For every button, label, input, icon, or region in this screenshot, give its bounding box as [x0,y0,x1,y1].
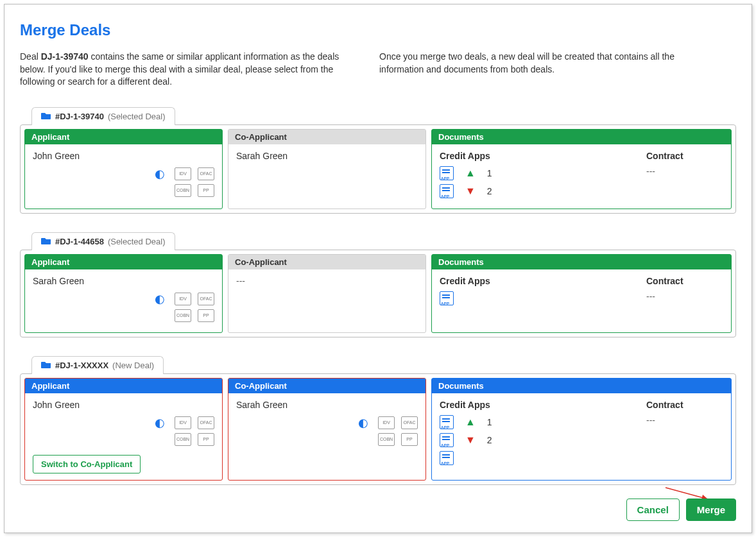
gauge-icon: ◐ [151,416,168,429]
deal-block: #DJ-1-44658 (Selected Deal) Applicant Sa… [20,232,736,337]
pp-icon: PP [401,433,418,446]
merge-button[interactable]: Merge [686,499,736,521]
idv-icon: IDV [378,416,395,429]
gauge-icon: ◐ [151,167,168,180]
credit-app-row [440,451,640,465]
deal-tab-sub: (New Deal) [112,361,154,370]
credit-app-row: ▲1 [440,415,640,429]
deal-id: #DJ-1-XXXXX [55,361,108,370]
credit-app-row: ▼2 [440,433,640,447]
credit-app-row: ▲1 [440,166,640,180]
pp-icon: PP [198,309,214,322]
arrow-down-icon: ▼ [465,185,476,197]
coapplicant-name: Sarah Green [236,151,418,161]
credit-apps-section: Credit Apps ▲1 ▼2 [440,151,640,202]
coapplicant-column[interactable]: Co-Applicant --- [228,254,426,333]
credit-apps-label: Credit Apps [440,151,640,161]
documents-header: Documents [432,130,731,144]
credit-app-icon [440,166,454,180]
footer-actions: Cancel Merge [626,499,736,521]
credit-app-icon [440,184,454,198]
folder-icon [41,237,51,246]
credit-apps-label: Credit Apps [440,400,640,410]
arrow-down-icon: ▼ [465,434,476,446]
pp-icon: PP [198,433,214,446]
cobn-icon: COBN [378,433,395,446]
idv-icon: IDV [175,416,191,429]
applicant-column[interactable]: Applicant John Green ◐ IDV OFAC COBN PP … [24,378,223,481]
credit-apps-label: Credit Apps [440,276,640,286]
deal-tab[interactable]: #DJ-1-XXXXX (New Deal) [31,356,164,374]
deal-tab[interactable]: #DJ-1-39740 (Selected Deal) [31,107,175,125]
intro-right: Once you merge two deals, a new deal wil… [379,51,700,89]
coapplicant-column[interactable]: Co-Applicant Sarah Green ◐ IDV OFAC COBN… [228,378,426,481]
page-title: Merge Deals [20,21,736,39]
deal-tab[interactable]: #DJ-1-44658 (Selected Deal) [31,232,175,250]
cobn-icon: COBN [175,309,191,322]
applicant-header: Applicant [25,379,222,393]
credit-count: 2 [487,186,492,196]
deal-tab-sub: (Selected Deal) [108,237,166,246]
credit-app-icon [440,415,454,429]
credit-app-row: ▼2 [440,184,640,198]
deal-card: Applicant Sarah Green ◐ IDV OFAC COBN PP… [20,250,736,337]
applicant-column[interactable]: Applicant Sarah Green ◐ IDV OFAC COBN PP [24,254,223,333]
credit-app-icon [440,291,454,305]
credit-app-icon [440,433,454,447]
intro-left: Deal DJ-1-39740 contains the same or sim… [20,51,341,89]
applicant-column[interactable]: Applicant John Green ◐ IDV OFAC COBN PP [24,129,223,209]
cobn-icon: COBN [175,433,191,446]
contract-label: Contract [646,400,723,410]
ofac-icon: OFAC [401,416,418,429]
credit-count: 1 [487,417,492,427]
documents-column: Documents Credit Apps Contract --- [431,254,732,333]
ofac-icon: OFAC [198,167,214,180]
merge-deals-modal: Merge Deals Deal DJ-1-39740 contains the… [4,4,752,533]
gauge-icon: ◐ [355,416,372,429]
pp-icon: PP [198,184,214,197]
ofac-icon: OFAC [198,416,214,429]
arrow-up-icon: ▲ [465,167,476,179]
gauge-icon: ◐ [151,293,168,305]
intro-text: Deal DJ-1-39740 contains the same or sim… [20,51,736,89]
applicant-name: John Green [33,400,214,410]
idv-icon: IDV [175,167,191,180]
switch-to-coapplicant-button[interactable]: Switch to Co-Applicant [33,455,141,473]
deal-tab-sub: (Selected Deal) [108,112,166,121]
credit-apps-section: Credit Apps [440,276,640,309]
cobn-icon: COBN [175,184,191,197]
applicant-header: Applicant [25,255,222,269]
applicant-header: Applicant [25,130,222,144]
deal-block: #DJ-1-39740 (Selected Deal) Applicant Jo… [20,107,736,214]
arrow-up-icon: ▲ [465,416,476,428]
coapplicant-header: Co-Applicant [228,255,425,269]
cancel-button[interactable]: Cancel [626,499,680,521]
deal-card: Applicant John Green ◐ IDV OFAC COBN PP … [20,373,736,485]
contract-value: --- [646,291,723,302]
deal-id: #DJ-1-39740 [55,112,104,121]
idv-icon: IDV [175,293,191,305]
contract-label: Contract [646,276,723,286]
coapplicant-column[interactable]: Co-Applicant Sarah Green [228,129,426,209]
coapplicant-name: --- [236,276,418,286]
ofac-icon: OFAC [198,293,214,305]
credit-apps-section: Credit Apps ▲1 ▼2 [440,400,640,469]
credit-count: 2 [487,435,492,445]
contract-section: Contract --- [646,276,723,309]
contract-label: Contract [646,151,723,161]
folder-icon [41,112,51,121]
svg-line-0 [666,488,708,499]
documents-header: Documents [432,255,731,269]
deal-block: #DJ-1-XXXXX (New Deal) Applicant John Gr… [20,355,736,485]
contract-value: --- [646,415,723,425]
documents-column: Documents Credit Apps ▲1 ▼2 Contract --- [431,129,732,209]
documents-header: Documents [432,379,731,393]
contract-section: Contract --- [646,400,723,469]
applicant-name: Sarah Green [33,276,214,286]
coapplicant-header: Co-Applicant [228,379,425,393]
deal-card: Applicant John Green ◐ IDV OFAC COBN PP … [20,124,736,214]
credit-app-icon [440,451,454,465]
coapplicant-name: Sarah Green [236,400,418,410]
contract-section: Contract --- [646,151,723,202]
folder-icon [41,361,51,370]
